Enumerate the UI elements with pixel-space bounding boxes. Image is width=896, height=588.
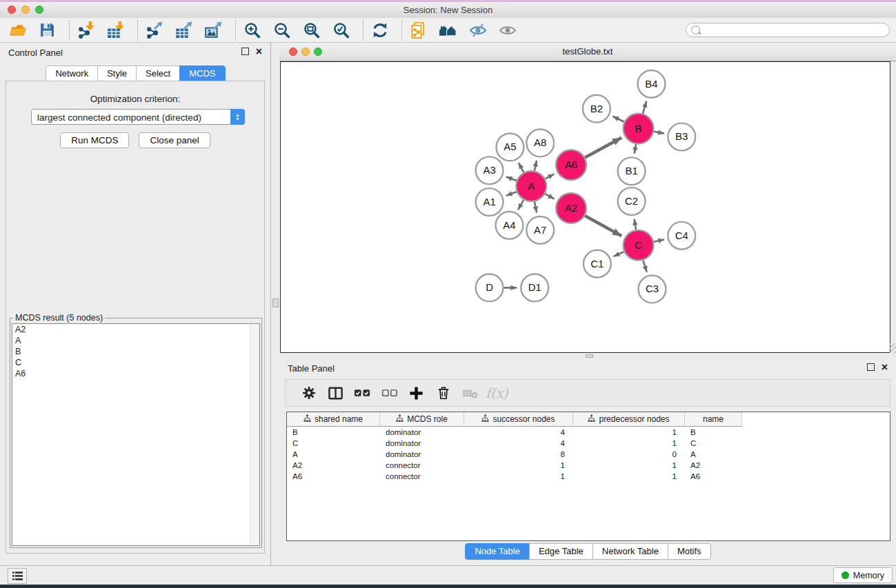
edge-C-C3[interactable] bbox=[643, 261, 646, 272]
horizontal-split-divider[interactable] bbox=[279, 354, 896, 358]
network-canvas[interactable]: B4B2BB3B1A5A8A6A3AA1A2C2A4A7C4CC1C3DD1 bbox=[280, 61, 890, 353]
tab-network-table[interactable]: Network Table bbox=[593, 543, 668, 560]
table-row[interactable]: Cdominator41C bbox=[287, 438, 890, 449]
cell-predecessor-nodes[interactable]: 1 bbox=[573, 428, 685, 436]
cell-MCDS-role[interactable]: dominator bbox=[380, 450, 464, 458]
first-neighbors-icon[interactable] bbox=[439, 21, 457, 40]
close-panel-button[interactable]: Close panel bbox=[139, 132, 210, 148]
edge-A-A8[interactable] bbox=[535, 161, 537, 171]
cell-predecessor-nodes[interactable]: 1 bbox=[573, 472, 685, 480]
new-network-from-selection-icon[interactable] bbox=[409, 21, 428, 40]
cell-predecessor-nodes[interactable]: 0 bbox=[573, 450, 685, 458]
delete-column-icon[interactable] bbox=[430, 385, 457, 401]
cell-name[interactable]: A2 bbox=[685, 461, 742, 469]
deselect-all-rows-icon[interactable] bbox=[376, 388, 403, 398]
table-settings-icon[interactable] bbox=[295, 385, 322, 401]
import-network-icon[interactable] bbox=[77, 21, 95, 40]
table-row[interactable]: A6connector11A6 bbox=[287, 471, 890, 482]
show-all-icon[interactable] bbox=[498, 21, 517, 40]
edge-A-A2[interactable] bbox=[545, 194, 554, 199]
hide-selected-icon[interactable] bbox=[468, 21, 487, 40]
tab-edge-table[interactable]: Edge Table bbox=[529, 543, 593, 560]
edge-C-C4[interactable] bbox=[654, 239, 664, 241]
cell-name[interactable]: C bbox=[685, 439, 742, 447]
task-history-button[interactable] bbox=[8, 568, 27, 584]
optimization-criterion-select[interactable]: largest connected component (directed) ▲… bbox=[31, 109, 245, 125]
float-icon[interactable] bbox=[867, 363, 875, 371]
run-mcds-button[interactable]: Run MCDS bbox=[60, 132, 129, 148]
vertical-split-divider[interactable] bbox=[271, 43, 279, 565]
cell-successor-nodes[interactable]: 4 bbox=[464, 439, 573, 447]
cell-MCDS-role[interactable]: dominator bbox=[380, 428, 464, 436]
close-icon[interactable]: × bbox=[882, 363, 888, 371]
add-column-icon[interactable] bbox=[403, 385, 430, 401]
cell-predecessor-nodes[interactable]: 1 bbox=[573, 439, 685, 447]
edge-A-A5[interactable] bbox=[519, 163, 524, 172]
float-icon[interactable] bbox=[241, 48, 249, 55]
save-session-icon[interactable] bbox=[38, 21, 57, 40]
edge-A6-B[interactable] bbox=[585, 138, 621, 158]
table-row[interactable]: Adominator80A bbox=[287, 449, 890, 460]
edge-A2-C[interactable] bbox=[585, 216, 621, 236]
cell-successor-nodes[interactable]: 4 bbox=[464, 428, 573, 436]
cell-shared-name[interactable]: A6 bbox=[287, 472, 380, 480]
cell-shared-name[interactable]: A bbox=[287, 450, 380, 458]
table-row[interactable]: A2connector11A2 bbox=[287, 460, 890, 471]
result-item[interactable]: C bbox=[12, 357, 259, 368]
tab-mcds[interactable]: MCDS bbox=[179, 65, 225, 82]
cell-predecessor-nodes[interactable]: 1 bbox=[573, 461, 685, 469]
cell-successor-nodes[interactable]: 1 bbox=[464, 461, 573, 469]
memory-button[interactable]: Memory bbox=[833, 567, 893, 583]
cell-successor-nodes[interactable]: 1 bbox=[464, 472, 573, 480]
zoom-fit-icon[interactable] bbox=[302, 21, 321, 40]
table-row[interactable]: Bdominator41B bbox=[287, 427, 890, 438]
edge-B-B4[interactable] bbox=[643, 101, 646, 114]
zoom-in-icon[interactable] bbox=[243, 21, 261, 40]
result-item[interactable]: B bbox=[12, 346, 259, 357]
tab-style[interactable]: Style bbox=[97, 65, 137, 82]
cell-MCDS-role[interactable]: dominator bbox=[380, 439, 464, 447]
column-header-MCDS-role[interactable]: MCDS role bbox=[380, 412, 464, 427]
resize-grip-icon[interactable] bbox=[890, 343, 896, 354]
result-item[interactable]: A2 bbox=[12, 324, 259, 335]
split-panel-icon[interactable] bbox=[322, 385, 349, 401]
cell-MCDS-role[interactable]: connector bbox=[380, 461, 464, 469]
open-file-icon[interactable] bbox=[8, 21, 27, 40]
select-all-rows-icon[interactable] bbox=[349, 387, 376, 398]
cell-MCDS-role[interactable]: connector bbox=[380, 472, 464, 480]
tab-select[interactable]: Select bbox=[136, 65, 180, 82]
column-header-name[interactable]: name bbox=[685, 412, 742, 427]
edge-C-C1[interactable] bbox=[613, 252, 624, 256]
export-image-icon[interactable] bbox=[204, 21, 223, 40]
edge-B-B3[interactable] bbox=[654, 132, 664, 134]
column-header-predecessor-nodes[interactable]: predecessor nodes bbox=[573, 412, 685, 427]
cell-name[interactable]: B bbox=[685, 428, 742, 436]
edge-C-C2[interactable] bbox=[635, 219, 636, 230]
result-item[interactable]: A bbox=[12, 335, 259, 346]
edge-B-B2[interactable] bbox=[613, 116, 624, 122]
divider-grip-icon[interactable] bbox=[272, 298, 279, 307]
result-scrollbar[interactable] bbox=[250, 324, 259, 545]
zoom-out-icon[interactable] bbox=[272, 21, 291, 40]
search-box[interactable] bbox=[686, 23, 890, 37]
import-table-icon[interactable] bbox=[106, 21, 125, 40]
refresh-icon[interactable] bbox=[370, 21, 389, 40]
tab-node-table[interactable]: Node Table bbox=[465, 543, 530, 560]
cell-shared-name[interactable]: A2 bbox=[287, 461, 380, 469]
edge-A-A4[interactable] bbox=[518, 200, 524, 210]
tab-motifs[interactable]: Motifs bbox=[668, 543, 711, 560]
cell-name[interactable]: A bbox=[685, 450, 742, 458]
edge-A-A6[interactable] bbox=[545, 174, 554, 179]
result-item[interactable]: A6 bbox=[12, 368, 259, 379]
edge-A-A3[interactable] bbox=[506, 176, 517, 181]
cell-shared-name[interactable]: B bbox=[287, 428, 380, 436]
cell-shared-name[interactable]: C bbox=[287, 439, 380, 447]
edge-A-A7[interactable] bbox=[535, 202, 537, 213]
close-icon[interactable]: × bbox=[256, 48, 262, 55]
zoom-selected-icon[interactable] bbox=[332, 21, 350, 40]
tab-network[interactable]: Network bbox=[46, 65, 98, 82]
search-input[interactable] bbox=[703, 25, 889, 36]
export-network-icon[interactable] bbox=[145, 21, 163, 40]
cell-successor-nodes[interactable]: 8 bbox=[464, 450, 573, 458]
export-table-icon[interactable] bbox=[175, 21, 193, 40]
